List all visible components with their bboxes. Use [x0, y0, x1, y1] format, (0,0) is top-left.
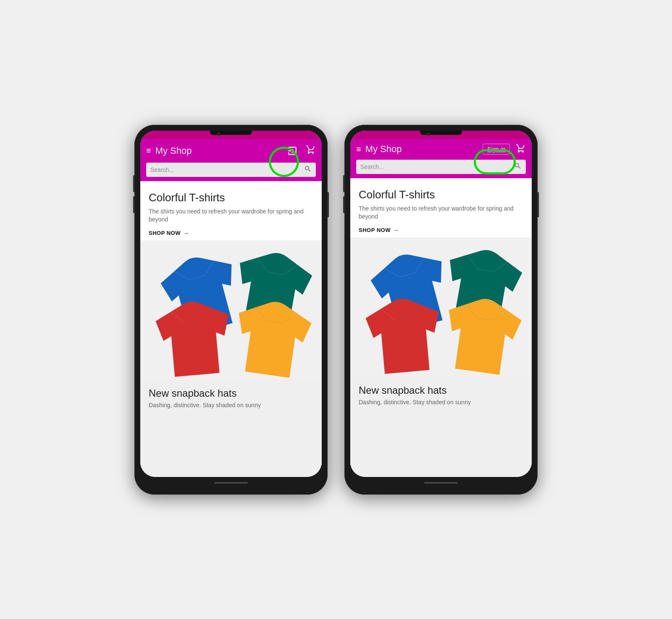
- bottom-title-left: New snapback hats: [149, 387, 313, 399]
- search-wrapper-left: Search...: [146, 163, 316, 177]
- hero-section-left: Colorful T-shirts The shirts you need to…: [140, 181, 322, 240]
- vol-btn-1-right: [343, 175, 344, 192]
- vol-btn-1: [133, 175, 134, 192]
- app-title-right: My Shop: [365, 144, 479, 155]
- hamburger-icon-right[interactable]: ≡: [356, 145, 361, 154]
- login-icon-left: [287, 145, 298, 156]
- tshirt-svg-right: [350, 237, 532, 376]
- home-bar-left: [140, 477, 322, 489]
- tshirt-area-right: [350, 237, 532, 376]
- app-header-left: ≡ My Shop: [140, 139, 322, 163]
- phone-camera-right: [427, 132, 430, 136]
- cart-svg-left: [306, 145, 316, 155]
- home-bar-right: [350, 477, 532, 489]
- shop-now-text-left: SHOP NOW: [149, 230, 181, 236]
- bottom-desc-left: Dashing, distinctive. Stay shaded on sun…: [149, 402, 313, 408]
- vol-btn-2: [133, 196, 134, 213]
- home-indicator-right: [424, 482, 458, 484]
- app-header-right: ≡ My Shop Sign in: [350, 139, 532, 160]
- power-btn-right: [538, 192, 539, 217]
- search-wrapper-right: Search...: [356, 160, 526, 174]
- signin-icon-button-left[interactable]: [285, 143, 300, 158]
- cart-svg-right: [516, 143, 526, 153]
- right-phone-screen: ≡ My Shop Sign in Search...: [350, 131, 532, 477]
- signin-text-button-right[interactable]: Sign in: [483, 144, 510, 155]
- vol-btn-2-right: [343, 196, 344, 213]
- hero-title-right: Colorful T-shirts: [359, 188, 523, 201]
- search-svg-right: [514, 162, 522, 170]
- phone-camera-left: [217, 132, 220, 136]
- tshirt-svg-left: [140, 240, 322, 379]
- phone-notch-right: [420, 131, 462, 135]
- shop-now-right[interactable]: SHOP NOW →: [359, 227, 523, 233]
- search-bar-right: Search...: [350, 160, 532, 178]
- bottom-desc-right: Dashing, distinctive. Stay shaded on sun…: [359, 399, 523, 406]
- shop-now-left[interactable]: SHOP NOW →: [149, 230, 313, 236]
- hero-title-left: Colorful T-shirts: [149, 191, 313, 204]
- comparison-phones: ≡ My Shop Search...: [134, 125, 538, 495]
- search-bar-left: Search...: [140, 163, 322, 181]
- hero-desc-right: The shirts you need to refresh your ward…: [359, 205, 523, 221]
- search-icon-left[interactable]: [304, 165, 312, 174]
- yellow-tshirt: [231, 297, 314, 379]
- search-placeholder-right[interactable]: Search...: [360, 163, 514, 170]
- yellow-tshirt-r: [441, 294, 524, 376]
- hero-section-right: Colorful T-shirts The shirts you need to…: [350, 178, 532, 237]
- content-right: Colorful T-shirts The shirts you need to…: [350, 178, 532, 477]
- bottom-title-right: New snapback hats: [359, 385, 523, 396]
- cart-icon-right[interactable]: [516, 143, 526, 155]
- search-svg-left: [304, 165, 312, 173]
- cart-icon-left[interactable]: [306, 145, 316, 157]
- shop-now-arrow-left: →: [183, 230, 189, 236]
- right-phone: ≡ My Shop Sign in Search...: [344, 125, 538, 495]
- home-indicator-left: [214, 482, 248, 484]
- tshirt-area-left: [140, 240, 322, 379]
- search-placeholder-left[interactable]: Search...: [150, 166, 304, 173]
- left-phone-screen: ≡ My Shop Search...: [140, 131, 322, 477]
- hero-desc-left: The shirts you need to refresh your ward…: [149, 208, 313, 224]
- content-left: Colorful T-shirts The shirts you need to…: [140, 181, 322, 477]
- phone-notch-left: [210, 131, 252, 135]
- shop-now-text-right: SHOP NOW: [359, 227, 391, 233]
- bottom-section-right: New snapback hats Dashing, distinctive. …: [350, 376, 532, 477]
- power-btn: [328, 192, 329, 217]
- app-title-left: My Shop: [155, 145, 281, 156]
- search-icon-right[interactable]: [514, 162, 522, 171]
- hamburger-icon-left[interactable]: ≡: [146, 146, 151, 155]
- bottom-section-left: New snapback hats Dashing, distinctive. …: [140, 379, 322, 477]
- left-phone: ≡ My Shop Search...: [134, 125, 328, 495]
- shop-now-arrow-right: →: [393, 227, 399, 233]
